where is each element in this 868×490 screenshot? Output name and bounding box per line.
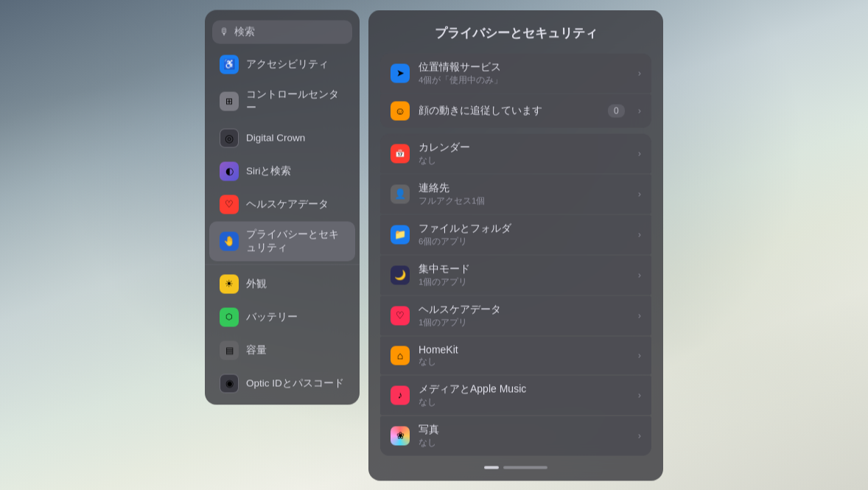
location-chevron: › xyxy=(638,68,641,79)
focus-chevron: › xyxy=(638,270,641,281)
face-badge: 0 xyxy=(608,104,625,117)
search-icon: 🎙 xyxy=(220,27,229,38)
search-label: 検索 xyxy=(234,25,255,38)
page-dot-2 xyxy=(503,466,547,469)
sidebar-item-battery[interactable]: ⬡ バッテリー xyxy=(209,301,355,333)
files-title: ファイルとフォルダ xyxy=(419,222,629,235)
face-title: 顔の動きに追従しています xyxy=(419,104,599,117)
sidebar-item-accessibility[interactable]: ♿ アクセシビリティ xyxy=(209,48,355,80)
page-dot-1 xyxy=(484,466,499,469)
sidebar-item-control-center[interactable]: ⊞ コントロールセンター xyxy=(209,81,355,121)
sidebar: 🎙 検索 ♿ アクセシビリティ ⊞ コントロールセンター ◎ Digital C… xyxy=(205,10,360,405)
calendar-title: カレンダー xyxy=(419,141,629,154)
focus-subtitle: 1個のアプリ xyxy=(419,276,629,287)
control-center-icon: ⊞ xyxy=(220,91,239,111)
optic-id-icon: ◉ xyxy=(220,374,239,393)
contacts-icon: 👤 xyxy=(391,184,410,203)
health-data-subtitle: 1個のアプリ xyxy=(419,317,629,328)
homekit-subtitle: なし xyxy=(419,356,629,367)
calendar-item[interactable]: 📅 カレンダー なし › xyxy=(380,133,651,173)
location-title: 位置情報サービス xyxy=(419,60,629,74)
contacts-chevron: › xyxy=(638,189,641,200)
focus-title: 集中モード xyxy=(419,262,629,276)
homekit-title: HomeKit xyxy=(419,343,629,355)
sidebar-item-digital-crown[interactable]: ◎ Digital Crown xyxy=(209,122,355,154)
homekit-chevron: › xyxy=(638,350,641,361)
sidebar-item-health[interactable]: ♡ ヘルスケアデータ xyxy=(209,188,355,220)
search-bar[interactable]: 🎙 検索 xyxy=(212,20,352,43)
media-music-icon: ♪ xyxy=(391,385,410,405)
privacy-icon: 🤚 xyxy=(220,231,239,251)
sidebar-item-privacy[interactable]: 🤚 プライバシーとセキュリティ xyxy=(209,221,355,261)
photos-subtitle: なし xyxy=(419,437,629,448)
top-group: ➤ 位置情報サービス 4個が「使用中のみ」 › ☺ 顔の動きに追従しています 0… xyxy=(380,53,651,127)
contacts-item[interactable]: 👤 連絡先 フルアクセス1個 › xyxy=(380,174,651,214)
accessibility-icon: ♿ xyxy=(220,55,239,74)
photos-icon: ❀ xyxy=(391,426,410,445)
face-tracking-item[interactable]: ☺ 顔の動きに追従しています 0 › xyxy=(380,94,651,127)
homekit-icon: ⌂ xyxy=(391,346,410,365)
photos-title: 写真 xyxy=(419,423,629,436)
health-data-title: ヘルスケアデータ xyxy=(419,303,629,316)
location-subtitle: 4個が「使用中のみ」 xyxy=(419,74,629,85)
media-music-subtitle: なし xyxy=(419,396,629,407)
files-chevron: › xyxy=(638,229,641,240)
health-data-chevron: › xyxy=(638,310,641,321)
contacts-subtitle: フルアクセス1個 xyxy=(419,195,629,206)
homekit-item[interactable]: ⌂ HomeKit なし › xyxy=(380,336,651,374)
health-data-icon: ♡ xyxy=(391,306,410,325)
siri-icon: ◐ xyxy=(220,161,239,181)
media-music-title: メディアとApple Music xyxy=(419,382,629,396)
sidebar-separator xyxy=(205,264,360,265)
photos-chevron: › xyxy=(638,430,641,441)
contacts-title: 連絡先 xyxy=(419,181,629,195)
calendar-icon: 📅 xyxy=(391,144,410,163)
health-icon: ♡ xyxy=(220,195,239,214)
face-chevron: › xyxy=(638,105,641,116)
battery-icon: ⬡ xyxy=(220,307,239,326)
face-icon: ☺ xyxy=(391,101,410,120)
settings-container: 🎙 検索 ♿ アクセシビリティ ⊞ コントロールセンター ◎ Digital C… xyxy=(205,10,663,480)
digital-crown-icon: ◎ xyxy=(220,128,239,147)
sidebar-item-appearance[interactable]: ☀ 外観 xyxy=(209,267,355,300)
photos-item[interactable]: ❀ 写真 なし › xyxy=(380,416,651,455)
sidebar-item-siri[interactable]: ◐ Siriと検索 xyxy=(209,155,355,187)
appearance-icon: ☀ xyxy=(220,274,239,293)
files-icon: 📁 xyxy=(391,225,410,244)
panel-title: プライバシーとセキュリティ xyxy=(380,24,651,41)
main-panel: プライバシーとセキュリティ ➤ 位置情報サービス 4個が「使用中のみ」 › ☺ … xyxy=(368,10,663,480)
calendar-subtitle: なし xyxy=(419,155,629,166)
storage-icon: ▤ xyxy=(220,340,239,360)
focus-icon: 🌙 xyxy=(391,265,410,284)
sidebar-item-optic-id[interactable]: ◉ Optic IDとパスコード xyxy=(209,367,355,399)
files-item[interactable]: 📁 ファイルとフォルダ 6個のアプリ › xyxy=(380,214,651,254)
media-music-chevron: › xyxy=(638,390,641,401)
app-group: 📅 カレンダー なし › 👤 連絡先 フルアクセス1個 › 📁 xyxy=(380,133,651,455)
focus-item[interactable]: 🌙 集中モード 1個のアプリ › xyxy=(380,255,651,295)
sidebar-item-storage[interactable]: ▤ 容量 xyxy=(209,334,355,366)
health-data-item[interactable]: ♡ ヘルスケアデータ 1個のアプリ › xyxy=(380,295,651,335)
location-icon: ➤ xyxy=(391,63,410,83)
location-services-item[interactable]: ➤ 位置情報サービス 4個が「使用中のみ」 › xyxy=(380,53,651,93)
page-indicator xyxy=(380,466,651,469)
files-subtitle: 6個のアプリ xyxy=(419,236,629,247)
calendar-chevron: › xyxy=(638,148,641,159)
media-music-item[interactable]: ♪ メディアとApple Music なし › xyxy=(380,375,651,415)
